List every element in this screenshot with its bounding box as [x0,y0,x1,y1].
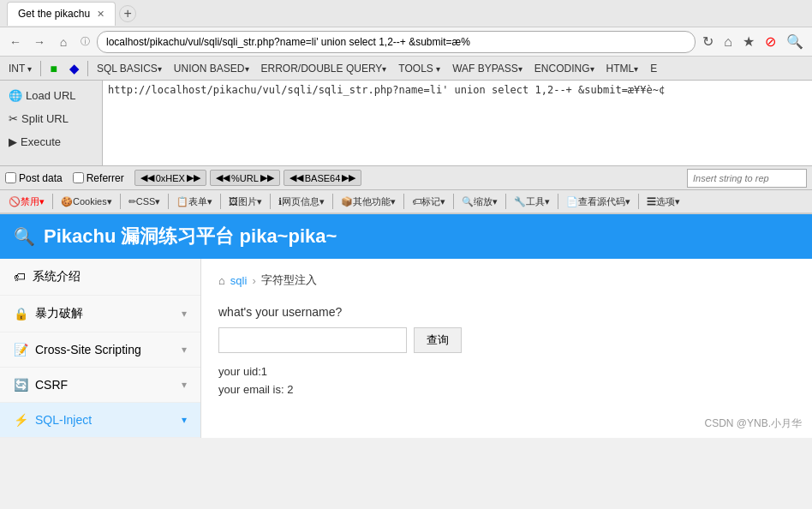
hb-html[interactable]: HTML▾ [601,61,644,76]
new-tab-btn[interactable]: + [119,5,136,22]
hb-encoding[interactable]: ENCODING▾ [529,61,600,76]
url-encode-btn[interactable]: ◀◀ %URL ▶▶ [210,170,280,186]
addon-page-info[interactable]: ℹ网页信息▾ [273,194,330,210]
load-url-icon: 🌐 [9,89,22,102]
addon-tools[interactable]: 🔧工具▾ [509,194,555,210]
sidebar-item-csrf[interactable]: 🔄 CSRF ▾ [0,368,200,403]
addon-options[interactable]: ☰选项▾ [642,194,685,210]
sidebar-item-xss[interactable]: 📝 Cross-Site Scripting ▾ [0,332,200,368]
breadcrumb-sqli[interactable]: sqli [230,274,248,287]
addon-disable[interactable]: 🚫禁用▾ [3,194,50,210]
sqlinject-label: SQL-Inject [35,413,92,427]
execute-btn[interactable]: ▶ Execute [5,130,97,153]
addon-css[interactable]: ✏CSS▾ [123,195,166,209]
sep-a10 [558,194,558,209]
addon-other[interactable]: 📦其他功能▾ [336,194,401,210]
base64-label: BASE64 [305,173,341,183]
browser-titlebar: Get the pikachu ✕ + [0,0,812,27]
sep-a7 [403,194,404,209]
form-label: what's your username? [218,305,795,319]
result-email: your email is: 2 [218,381,795,399]
xss-label: Cross-Site Scripting [35,343,141,356]
hb-tools[interactable]: TOOLS ▾ [393,61,445,76]
addon-forms[interactable]: 📋表单▾ [171,194,218,210]
hb-waf-bypass[interactable]: WAF BYPASS▾ [447,61,528,76]
hb-extra[interactable]: E [645,61,662,76]
sidebar-item-bruteforce[interactable]: 🔒 暴力破解 ▾ [0,296,200,332]
search-icon[interactable]: 🔍 [783,32,807,51]
username-input[interactable] [218,327,407,353]
csrf-chevron: ▾ [182,379,187,391]
breadcrumb: ⌂ sqli › 字符型注入 [218,272,795,288]
base64-left-arrow: ◀◀ [290,172,303,183]
sqlinject-chevron: ▾ [182,414,187,426]
hb-union-based[interactable]: UNION BASED▾ [169,61,254,76]
hb-blue-btn[interactable]: ◆ [64,60,84,77]
watermark: CSDN @YNB.小月华 [704,416,802,431]
sqlinject-icon: ⚡ [14,413,28,427]
intro-label: 系统介绍 [33,269,81,284]
url-encode-label: %URL [231,173,259,183]
sidebar-item-sqlinject[interactable]: ⚡ SQL-Inject ▾ [0,403,200,438]
stop-icon[interactable]: ⊘ [761,32,779,51]
split-url-btn[interactable]: ✂ Split URL [5,107,97,130]
bruteforce-chevron: ▾ [182,308,187,320]
tab-title: Get the pikachu [18,8,90,20]
bookmark-icon[interactable]: ★ [739,32,758,51]
post-data-check[interactable] [5,172,16,183]
addon-zoom[interactable]: 🔍缩放▾ [457,194,503,210]
breadcrumb-home-icon: ⌂ [218,274,225,287]
hackbar-row1: INT ▾ ■ ◆ SQL BASICS▾ UNION BASED▾ ERROR… [0,57,812,81]
bruteforce-label: 暴力破解 [35,306,83,321]
hackbar-url-input[interactable]: http://localhost/pikachu/vul/sqli/sqli_s… [103,81,812,165]
url-input[interactable] [97,31,696,53]
post-data-checkbox[interactable]: Post data [5,172,63,184]
secure-icon: ⓘ [77,35,93,48]
result-uid: your uid:1 [218,363,795,381]
bruteforce-icon: 🔒 [14,307,28,320]
query-btn[interactable]: 查询 [414,327,462,353]
sep-a9 [505,194,506,209]
execute-label: Execute [21,135,61,148]
sep2 [87,61,88,76]
addon-images[interactable]: 🖼图片▾ [224,194,267,210]
csrf-icon: 🔄 [14,378,28,392]
hackbar-row3: Post data Referrer ◀◀ 0xHEX ▶▶ ◀◀ %URL ▶… [0,166,812,190]
sep-a11 [638,194,639,209]
back-btn[interactable]: ← [5,32,26,52]
hex-encode-btn[interactable]: ◀◀ 0xHEX ▶▶ [134,170,206,186]
refresh-btn[interactable]: ↻ [699,32,717,51]
split-url-icon: ✂ [9,112,18,125]
hb-green-btn[interactable]: ■ [45,60,62,77]
sep-a2 [120,194,121,209]
address-bar: ← → ⌂ ⓘ ↻ ⌂ ★ ⊘ 🔍 [0,27,812,57]
tab-close-btn[interactable]: ✕ [97,9,104,20]
insert-string-input[interactable] [687,169,807,188]
sep1 [40,61,41,76]
hb-int[interactable]: INT ▾ [3,61,37,76]
result-text: your uid:1 your email is: 2 [218,363,795,399]
breadcrumb-current: 字符型注入 [261,272,317,288]
execute-icon: ▶ [9,135,17,148]
addon-mark[interactable]: 🏷标记▾ [407,194,451,210]
base64-right-arrow: ▶▶ [342,172,355,183]
forward-btn[interactable]: → [29,32,50,52]
home-icon[interactable]: ⌂ [720,33,736,51]
load-url-btn[interactable]: 🌐 Load URL [5,84,97,107]
hb-sql-basics[interactable]: SQL BASICS▾ [92,61,167,76]
active-tab[interactable]: Get the pikachu ✕ [7,2,116,26]
pikachu-title: Pikachu 漏洞练习平台 pika~pika~ [44,224,337,249]
hb-error-query[interactable]: ERROR/DOUBLE QUERY▾ [256,61,392,76]
addon-source[interactable]: 📄查看源代码▾ [561,194,636,210]
addon-cookies[interactable]: 🍪Cookies▾ [56,195,117,209]
sep-a6 [332,194,333,209]
post-data-label: Post data [19,172,63,184]
breadcrumb-sep: › [252,274,255,287]
referrer-check[interactable] [73,172,84,183]
base64-encode-btn[interactable]: ◀◀ BASE64 ▶▶ [284,170,362,186]
home-btn[interactable]: ⌂ [53,32,74,52]
form-row: 查询 [218,327,795,353]
referrer-label: Referrer [87,172,124,184]
referrer-checkbox[interactable]: Referrer [73,172,124,184]
sidebar-item-intro[interactable]: 🏷 系统介绍 [0,259,200,296]
